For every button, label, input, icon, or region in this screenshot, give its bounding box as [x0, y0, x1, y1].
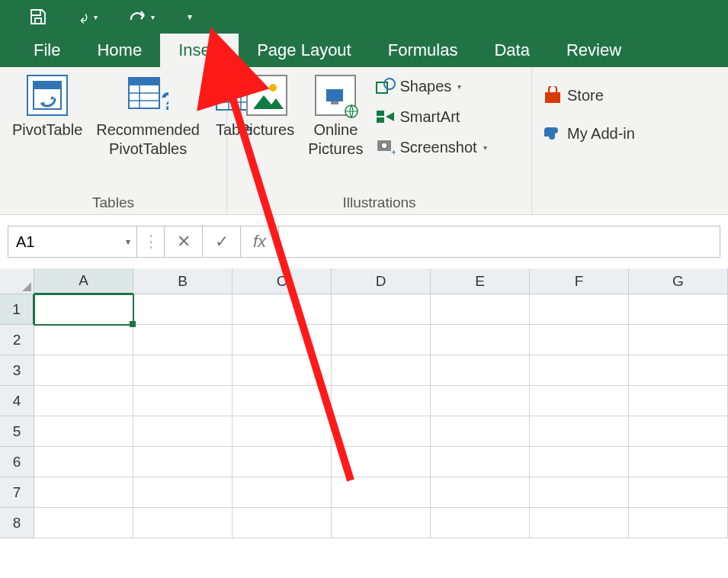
insert-function-button[interactable]: fx	[241, 226, 279, 258]
cell-A2[interactable]	[34, 325, 133, 355]
cell-A6[interactable]	[34, 447, 133, 477]
cell-C1[interactable]	[233, 294, 332, 325]
cell-A1[interactable]	[34, 294, 133, 325]
cell-D5[interactable]	[332, 416, 431, 447]
cell-F4[interactable]	[530, 386, 629, 416]
cell-E8[interactable]	[431, 508, 530, 538]
cell-F6[interactable]	[530, 447, 629, 477]
row-header-5[interactable]: 5	[0, 416, 34, 447]
cell-D4[interactable]	[332, 386, 431, 416]
tab-insert[interactable]: Insert	[160, 34, 239, 67]
recommended-pivot-button[interactable]: ? Recommended PivotTables	[91, 72, 204, 162]
cell-F3[interactable]	[530, 355, 629, 386]
row-header-2[interactable]: 2	[0, 325, 34, 355]
cell-E6[interactable]	[431, 447, 530, 477]
row-header-1[interactable]: 1	[0, 294, 34, 325]
online-pictures-button[interactable]: Online Pictures	[303, 72, 367, 162]
cell-C7[interactable]	[233, 477, 332, 508]
cell-B5[interactable]	[133, 416, 233, 447]
tab-page-layout[interactable]: Page Layout	[239, 34, 370, 67]
row-header-6[interactable]: 6	[0, 447, 34, 477]
cell-A5[interactable]	[34, 416, 133, 447]
cell-A8[interactable]	[34, 508, 133, 538]
cell-A7[interactable]	[34, 477, 133, 508]
cell-C2[interactable]	[233, 325, 332, 355]
cell-B7[interactable]	[133, 477, 233, 508]
cell-C5[interactable]	[233, 416, 332, 447]
my-addins-label: My Add-in	[567, 125, 635, 143]
cell-A4[interactable]	[34, 386, 133, 416]
cell-F5[interactable]	[530, 416, 629, 447]
column-header-C[interactable]: C	[233, 268, 332, 294]
cell-E2[interactable]	[431, 325, 530, 355]
cell-B2[interactable]	[133, 325, 233, 355]
cell-G5[interactable]	[629, 416, 728, 447]
row-header-7[interactable]: 7	[0, 477, 34, 508]
tab-data[interactable]: Data	[476, 34, 547, 67]
cell-F8[interactable]	[530, 508, 629, 538]
undo-button[interactable]: ▾	[76, 6, 98, 27]
cell-C3[interactable]	[233, 355, 332, 386]
redo-button[interactable]: ▾	[125, 6, 156, 27]
row-header-4[interactable]: 4	[0, 386, 34, 416]
cell-B4[interactable]	[133, 386, 233, 416]
cell-G7[interactable]	[629, 477, 728, 508]
cell-E4[interactable]	[431, 386, 530, 416]
cell-G3[interactable]	[629, 355, 728, 386]
cell-D8[interactable]	[332, 508, 431, 538]
cell-G8[interactable]	[629, 508, 728, 538]
column-header-E[interactable]: E	[431, 268, 530, 294]
cell-E1[interactable]	[431, 294, 530, 325]
row-header-8[interactable]: 8	[0, 508, 34, 538]
cell-F2[interactable]	[530, 325, 629, 355]
screenshot-button[interactable]: + Screenshot ▾	[373, 136, 490, 159]
tab-home[interactable]: Home	[79, 34, 160, 67]
cell-C4[interactable]	[233, 386, 332, 416]
cell-B6[interactable]	[133, 447, 233, 477]
tab-formulas[interactable]: Formulas	[370, 34, 476, 67]
smartart-button[interactable]: SmartArt	[373, 105, 490, 128]
cell-B8[interactable]	[133, 508, 233, 538]
cell-A3[interactable]	[34, 355, 133, 386]
cell-D2[interactable]	[332, 325, 431, 355]
cancel-button[interactable]: ✕	[165, 226, 203, 258]
cell-G1[interactable]	[629, 294, 728, 325]
column-header-B[interactable]: B	[133, 268, 233, 294]
enter-button[interactable]: ✓	[203, 226, 241, 258]
my-addins-button[interactable]: My Add-in	[540, 122, 638, 145]
cell-D1[interactable]	[332, 294, 431, 325]
cell-E3[interactable]	[431, 355, 530, 386]
tab-review[interactable]: Review	[548, 34, 640, 67]
select-all-button[interactable]	[0, 268, 34, 294]
cell-C6[interactable]	[233, 447, 332, 477]
cell-D3[interactable]	[332, 355, 431, 386]
column-header-F[interactable]: F	[530, 268, 629, 294]
cell-D6[interactable]	[332, 447, 431, 477]
store-label: Store	[567, 87, 604, 104]
cell-F7[interactable]	[530, 477, 629, 508]
pivot-table-button[interactable]: PivotTable	[8, 72, 87, 143]
cell-G4[interactable]	[629, 386, 728, 416]
cell-B1[interactable]	[133, 294, 233, 325]
cell-G2[interactable]	[629, 325, 728, 355]
formula-input[interactable]	[279, 226, 720, 258]
addins-icon	[543, 124, 563, 143]
column-header-D[interactable]: D	[332, 268, 431, 294]
save-button[interactable]	[27, 6, 49, 27]
pictures-button[interactable]: Pictures	[235, 72, 299, 143]
cell-C8[interactable]	[233, 508, 332, 538]
cell-D7[interactable]	[332, 477, 431, 508]
column-header-G[interactable]: G	[629, 268, 728, 294]
tab-file[interactable]: File	[15, 34, 79, 67]
cell-E7[interactable]	[431, 477, 530, 508]
cell-G6[interactable]	[629, 447, 728, 477]
customize-qat-button[interactable]: ▾	[183, 6, 197, 27]
name-box[interactable]: A1 ▾	[8, 226, 137, 258]
cell-E5[interactable]	[431, 416, 530, 447]
store-button[interactable]: Store	[540, 84, 638, 107]
column-header-A[interactable]: A	[34, 268, 133, 294]
row-header-3[interactable]: 3	[0, 355, 34, 386]
shapes-button[interactable]: Shapes ▾	[373, 75, 490, 98]
cell-F1[interactable]	[530, 294, 629, 325]
cell-B3[interactable]	[133, 355, 233, 386]
